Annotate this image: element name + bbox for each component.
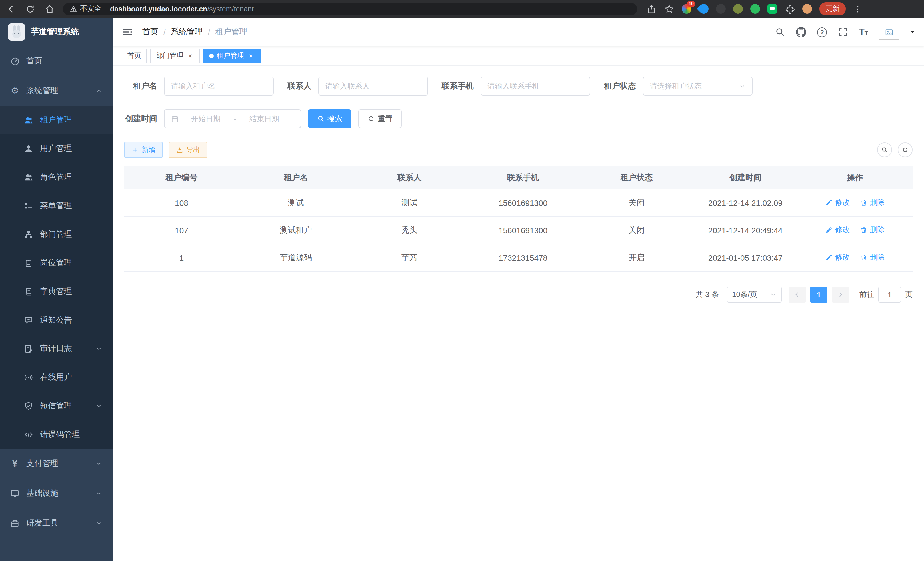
sidebar-item-dept[interactable]: 部门管理 — [0, 220, 112, 249]
next-page-button[interactable] — [832, 287, 849, 302]
colorful-extension-icon[interactable]: 10 — [682, 4, 692, 14]
prev-page-button[interactable] — [789, 287, 806, 302]
avatar[interactable] — [879, 24, 899, 40]
sidebar-item-sms[interactable]: 短信管理 — [0, 392, 112, 420]
delete-button[interactable]: 删除 — [860, 198, 885, 208]
green-square-chat-extension-icon[interactable] — [767, 4, 777, 14]
delete-button[interactable]: 删除 — [860, 253, 885, 263]
edit-button[interactable]: 修改 — [825, 198, 850, 208]
browser-menu-icon[interactable] — [853, 4, 862, 14]
close-icon[interactable] — [247, 52, 255, 60]
logo-rabbit-icon — [8, 23, 25, 41]
github-icon[interactable] — [796, 27, 806, 37]
sidebar-item-notice[interactable]: 通知公告 — [0, 306, 112, 335]
delete-button[interactable]: 删除 — [860, 225, 885, 235]
close-icon[interactable] — [186, 52, 194, 60]
breadcrumb-item-tenant: 租户管理 — [215, 27, 248, 37]
help-icon[interactable] — [817, 27, 827, 37]
sidebar-item-label: 字典管理 — [40, 287, 102, 297]
profile-avatar-icon[interactable] — [802, 4, 812, 14]
date-range-picker[interactable]: - — [164, 109, 301, 128]
sidebar-item-label: 部门管理 — [40, 229, 102, 240]
tab-label: 首页 — [128, 51, 141, 61]
page-content: 租户名 联系人 联系手机 — [112, 66, 924, 561]
delete-label: 删除 — [870, 198, 885, 208]
phone-label: 联系手机 — [442, 81, 481, 91]
tab-tenant[interactable]: 租户管理 — [203, 48, 261, 63]
sidebar: 芋道管理系统 首页 ⚙ 系统管理 租户管理 用户管理 — [0, 18, 112, 561]
date-start-input[interactable] — [182, 114, 229, 123]
filter-tenant-name: 租户名 — [124, 77, 274, 96]
green-circle-extension-icon[interactable] — [750, 4, 760, 14]
sidebar-item-system[interactable]: ⚙ 系统管理 — [0, 76, 112, 106]
sidebar-item-auditlog[interactable]: 审计日志 — [0, 335, 112, 363]
url-host: dashboard.yudao.iocoder.cn — [110, 5, 207, 13]
address-bar[interactable]: 不安全 dashboard.yudao.iocoder.cn/system/te… — [63, 3, 637, 15]
reset-button[interactable]: 重置 — [358, 109, 402, 128]
edit-button[interactable]: 修改 — [825, 225, 850, 235]
sidebar-item-user[interactable]: 用户管理 — [0, 134, 112, 163]
security-label: 不安全 — [80, 4, 101, 14]
phone-input[interactable] — [488, 82, 584, 90]
search-icon[interactable] — [775, 27, 785, 37]
dark-sphere-extension-icon[interactable] — [716, 4, 726, 14]
bookmark-star-icon[interactable] — [664, 4, 674, 14]
search-icon — [881, 146, 888, 153]
browser-chrome: 不安全 dashboard.yudao.iocoder.cn/system/te… — [0, 0, 924, 18]
sidebar-item-menu[interactable]: 菜单管理 — [0, 192, 112, 220]
cell-contact: 秃头 — [352, 217, 466, 244]
olive-extension-icon[interactable] — [733, 4, 743, 14]
font-size-icon[interactable] — [859, 27, 868, 37]
sidebar-item-tenant[interactable]: 租户管理 — [0, 106, 112, 134]
tab-dept[interactable]: 部门管理 — [150, 48, 200, 63]
reset-button-label: 重置 — [378, 114, 393, 124]
edit-label: 修改 — [835, 253, 850, 263]
tenant-name-label: 租户名 — [124, 81, 164, 91]
table-row: 107 测试租户 秃头 15601691300 关闭 2021-12-14 20… — [124, 217, 913, 244]
search-button[interactable]: 搜索 — [308, 109, 351, 128]
fullscreen-icon[interactable] — [838, 27, 848, 37]
sidebar-item-infra[interactable]: 基础设施 — [0, 479, 112, 508]
avatar-caret-icon[interactable] — [910, 31, 915, 35]
date-end-input[interactable] — [241, 114, 288, 123]
add-button[interactable]: 新增 — [124, 142, 163, 158]
contact-input[interactable] — [325, 82, 421, 90]
puzzle-extensions-icon[interactable] — [784, 4, 795, 14]
page-size-select[interactable]: 10条/页 — [727, 287, 782, 302]
sidebar-item-home[interactable]: 首页 — [0, 46, 112, 76]
tenant-name-input[interactable] — [171, 82, 267, 90]
breadcrumb-item-home[interactable]: 首页 — [142, 27, 158, 37]
page-number-button[interactable]: 1 — [810, 287, 827, 302]
refresh-table-button[interactable] — [898, 142, 913, 157]
sidebar-submenu-system: 租户管理 用户管理 角色管理 菜单管理 部门管理 — [0, 106, 112, 449]
monitor-icon — [10, 489, 20, 498]
security-indicator[interactable]: 不安全 — [70, 4, 101, 14]
status-select[interactable] — [643, 77, 753, 96]
breadcrumb-item-system[interactable]: 系统管理 — [171, 27, 203, 37]
back-icon[interactable] — [6, 4, 16, 14]
app-logo[interactable]: 芋道管理系统 — [0, 18, 112, 46]
chrome-update-button[interactable]: 更新 — [819, 2, 846, 15]
active-dot-icon — [209, 53, 214, 58]
sidebar-item-post[interactable]: 岗位管理 — [0, 249, 112, 277]
export-button[interactable]: 导出 — [169, 142, 207, 158]
col-status: 租户状态 — [580, 166, 693, 189]
goto-page-input[interactable] — [878, 287, 901, 302]
toggle-search-button[interactable] — [877, 142, 892, 157]
sidebar-item-role[interactable]: 角色管理 — [0, 163, 112, 192]
status-select-input[interactable] — [650, 82, 735, 90]
sidebar-item-devtools[interactable]: 研发工具 — [0, 508, 112, 538]
sidebar-item-errorcode[interactable]: 错误码管理 — [0, 420, 112, 449]
home-nav-icon[interactable] — [45, 4, 55, 14]
sidebar-item-dict[interactable]: 字典管理 — [0, 277, 112, 306]
share-icon[interactable] — [646, 4, 657, 14]
tab-home[interactable]: 首页 — [122, 48, 147, 63]
page-unit-label: 页 — [905, 289, 913, 300]
sidebar-item-payment[interactable]: ¥ 支付管理 — [0, 449, 112, 479]
blue-drop-extension-icon[interactable] — [697, 2, 711, 16]
reload-icon[interactable] — [25, 4, 35, 14]
edit-button[interactable]: 修改 — [825, 253, 850, 263]
table-tools — [877, 142, 913, 157]
hamburger-icon[interactable] — [122, 26, 133, 38]
sidebar-item-online-users[interactable]: 在线用户 — [0, 363, 112, 392]
